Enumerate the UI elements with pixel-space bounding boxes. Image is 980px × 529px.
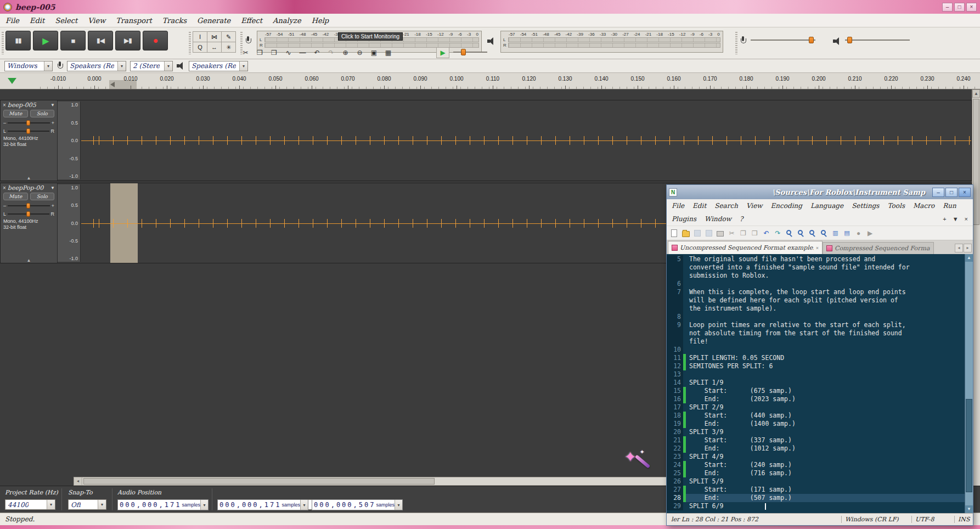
collapse-button[interactable]: ▲ [1, 176, 57, 181]
find-icon[interactable] [785, 228, 794, 238]
menu-item[interactable]: Search [714, 202, 738, 210]
editor-line[interactable]: 22 End: (1012 samp.) [667, 444, 965, 453]
pan-slider-thumb[interactable] [26, 211, 30, 217]
dropdown-arrow-icon[interactable] [239, 61, 247, 71]
gain-slider-thumb[interactable] [26, 120, 30, 126]
replace-icon[interactable] [796, 228, 806, 238]
minimize-button[interactable]: – [942, 3, 953, 12]
record-button[interactable]: ● [143, 31, 168, 50]
zoom-out-button[interactable]: ⊖ [353, 47, 366, 58]
editor-line[interactable]: 28 End: (507 samp.) [667, 494, 965, 502]
editor-line[interactable]: 20 SPLIT 3/9 [667, 428, 965, 436]
zoom-in-icon[interactable] [808, 228, 817, 238]
recording-device-select[interactable]: Speakers (Re [67, 61, 126, 71]
dropdown-arrow-icon[interactable] [300, 500, 308, 510]
editor-line[interactable]: not absolute timing from the start of th… [667, 329, 965, 337]
editor-line[interactable]: 9 Loop point times are relative to the s… [667, 321, 965, 329]
zoom-tool-button[interactable]: Q [193, 42, 207, 53]
pause-button[interactable]: ▮▮ [5, 31, 31, 50]
selection-tool-button[interactable]: I [193, 31, 207, 42]
eol-format-status[interactable]: Windows (CR LF) [841, 516, 911, 523]
play-at-speed-button[interactable]: ▶ [436, 47, 449, 58]
menu-item[interactable]: View [88, 16, 105, 25]
redo-button[interactable]: ↷ [325, 47, 337, 58]
tab-close-icon[interactable]: × [816, 245, 819, 251]
dropdown-arrow-icon[interactable] [164, 61, 172, 71]
menu-item[interactable]: ? [740, 215, 743, 223]
mute-button[interactable]: Mute [3, 193, 28, 200]
menu-item[interactable]: File [5, 16, 19, 25]
undo-button[interactable]: ↶ [311, 47, 323, 58]
maximize-button[interactable]: □ [954, 3, 965, 12]
editor[interactable]: 5 The original sound file hasn't been pr… [667, 254, 973, 513]
editor-line[interactable]: 19 End: (1400 samp.) [667, 420, 965, 428]
editor-line[interactable]: 11 SPLIT LENGTH: 0.05 SECOND [667, 354, 965, 362]
view-func-list-icon[interactable]: ▤ [842, 228, 852, 238]
menu-item[interactable]: Settings [852, 202, 879, 210]
save-all-icon[interactable] [704, 228, 713, 238]
tab-uncompressed-format[interactable]: Uncompressed Sequenced Format example.lu… [668, 241, 823, 254]
close-icon[interactable]: × [965, 216, 968, 222]
copy-icon[interactable]: ❐ [739, 228, 748, 238]
gain-slider[interactable] [8, 202, 50, 209]
editor-line[interactable]: 27 Start: (171 samp.) [667, 486, 965, 494]
editor-line[interactable]: 10 [667, 346, 965, 354]
close-button[interactable]: × [959, 188, 971, 197]
track-name[interactable]: beep-005 [8, 102, 49, 109]
vertical-scale-ruler[interactable]: 1.00.50.0-0.5-1.0 [58, 184, 81, 262]
editor-line[interactable]: 23 SPLIT 4/9 [667, 453, 965, 461]
dropdown-arrow-icon[interactable] [117, 61, 126, 71]
menu-item[interactable]: File [672, 202, 684, 210]
minimize-button[interactable]: – [932, 188, 944, 197]
editor-line[interactable]: 8 [667, 313, 965, 321]
draw-tool-button[interactable]: ✎ [221, 31, 236, 42]
project-rate-select[interactable]: 44100 [5, 499, 55, 510]
menu-item[interactable]: Tools [888, 202, 905, 210]
editor-line[interactable]: 14 SPLIT 1/9 [667, 379, 965, 387]
play-speed-slider[interactable] [453, 48, 487, 56]
menu-item[interactable]: Language [810, 202, 843, 210]
plus-icon[interactable]: + [943, 216, 946, 222]
track-close-button[interactable]: × [3, 102, 6, 108]
insert-mode-status[interactable]: INS [954, 516, 973, 523]
silence-audio-button[interactable]: ― [296, 47, 309, 58]
editor-line[interactable]: 16 End: (2023 samp.) [667, 395, 965, 403]
menu-item[interactable]: Help [312, 16, 329, 25]
encoding-status[interactable]: UTF-8 [911, 516, 954, 523]
menu-item[interactable]: Select [55, 16, 77, 25]
menu-item[interactable]: View [746, 202, 763, 210]
toolbar-grip[interactable] [189, 32, 191, 54]
new-file-icon[interactable] [669, 228, 679, 238]
playback-device-select[interactable]: Speakers (Re [189, 61, 248, 71]
paste-button[interactable]: ❒ [268, 47, 280, 58]
redo-icon[interactable]: ↷ [773, 228, 782, 238]
copy-button[interactable]: ❐ [254, 47, 266, 58]
vertical-scrollbar-thumb[interactable] [973, 99, 979, 225]
editor-line[interactable]: 6 [667, 280, 965, 288]
menu-item[interactable]: Plugins [672, 215, 696, 223]
skip-to-start-button[interactable]: ▮◀ [88, 31, 113, 50]
pan-slider-thumb[interactable] [26, 128, 30, 134]
view-doc-map-icon[interactable]: ▥ [831, 228, 840, 238]
menu-item[interactable]: Macro [913, 202, 934, 210]
waveform-display[interactable] [81, 100, 971, 181]
editor-line[interactable]: 24 Start: (240 samp.) [667, 461, 965, 469]
selection-end-display[interactable]: 000,000,507 samples [312, 499, 403, 510]
tab-scroll-right-icon[interactable] [964, 244, 972, 252]
dropdown-arrow-icon[interactable] [200, 500, 208, 510]
menu-item[interactable]: Generate [197, 16, 230, 25]
maximize-button[interactable]: □ [945, 188, 958, 197]
pan-slider[interactable] [8, 211, 49, 217]
editor-line[interactable]: will be defined here for each split (pit… [667, 296, 965, 305]
horizontal-scrollbar-thumb[interactable] [83, 478, 435, 485]
editor-line[interactable]: converted into a finished "sample sound … [667, 263, 965, 272]
editor-line[interactable]: 29 SPLIT 6/9 [667, 502, 965, 510]
selection-start-display[interactable]: 000,000,171 samples [217, 499, 308, 510]
track-menu-button[interactable]: ▼ [50, 103, 55, 108]
scroll-left-icon[interactable] [74, 477, 82, 486]
recording-channels-select[interactable]: 2 (Stere [130, 61, 173, 71]
fit-selection-button[interactable]: ▣ [368, 47, 380, 58]
cut-icon[interactable]: ✂ [727, 228, 736, 238]
editor-line[interactable]: 13 [667, 370, 965, 379]
editor-line[interactable]: 5 The original sound file hasn't been pr… [667, 255, 965, 263]
